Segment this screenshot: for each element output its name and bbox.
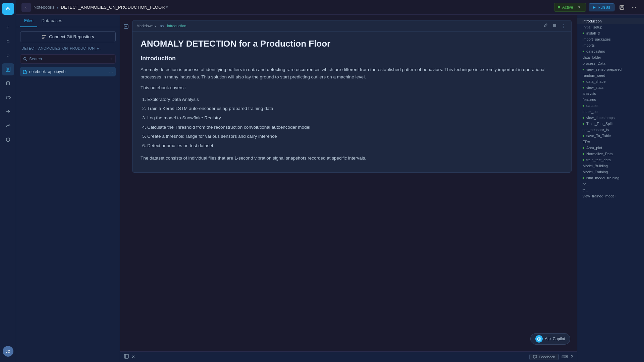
- outline-item-view-trained-model[interactable]: view_trained_model: [577, 193, 644, 199]
- sidebar-item-shield[interactable]: [2, 134, 14, 146]
- status-badge: Active ▾: [554, 3, 586, 12]
- footer-text: The dataset consists of individual files…: [141, 155, 563, 162]
- outline-item-introduction[interactable]: introduction: [577, 18, 644, 24]
- add-file-button[interactable]: +: [110, 56, 113, 62]
- outline-item-features[interactable]: features: [577, 97, 644, 103]
- sidebar-add-btn[interactable]: +: [2, 21, 14, 33]
- search-icon: [23, 57, 27, 61]
- outline-item-label: pr...: [583, 182, 589, 186]
- breadcrumb[interactable]: Notebooks: [34, 5, 54, 10]
- outline-item-process-data[interactable]: process_Data: [577, 60, 644, 66]
- user-avatar[interactable]: JC: [3, 346, 13, 357]
- help-icon[interactable]: ?: [571, 354, 573, 359]
- sidebar-item-notebooks[interactable]: [2, 63, 14, 75]
- outline-item-label: import_packages: [583, 37, 611, 41]
- sidebar-item-transform[interactable]: [2, 106, 14, 118]
- play-icon: ▶: [593, 5, 596, 9]
- cell-toolbar: Markdown ∨ as introduction: [132, 20, 571, 32]
- cell-more-icon[interactable]: ⋮: [560, 23, 567, 29]
- file-item[interactable]: notebook_app.ipynb ···: [20, 67, 116, 76]
- save-button[interactable]: [617, 3, 627, 12]
- file-panel: Files Databases Connect Git Repository D…: [16, 15, 120, 362]
- markdown-cell: Markdown ∨ as introduction: [120, 20, 577, 173]
- topbar: ‹ Notebooks / DETECT_ANOMOLIES_ON_PRODUC…: [16, 0, 644, 15]
- outline-item-normalize-data[interactable]: Normalize_Data: [577, 151, 644, 157]
- outline-item-label: dataset: [586, 104, 598, 108]
- outline-item-imports[interactable]: imports: [577, 42, 644, 48]
- title-chevron-icon[interactable]: ▾: [166, 5, 168, 9]
- cell-container: Markdown ∨ as introduction: [120, 15, 577, 351]
- outline-item-save-to-table[interactable]: save_To_Table: [577, 133, 644, 139]
- sidebar-item-monitor[interactable]: [2, 120, 14, 132]
- outline-item-view-stats[interactable]: view_stats: [577, 84, 644, 90]
- outline-dot-icon: [583, 69, 584, 70]
- tab-databases[interactable]: Databases: [37, 15, 66, 27]
- outline-dot-icon: [583, 159, 584, 161]
- outline-item-label: view_timestamps: [586, 116, 614, 120]
- outline-item-lstm-model-training[interactable]: lstm_model_training: [577, 175, 644, 181]
- outline-item-view-sensorprepared[interactable]: view_sensorprepared: [577, 66, 644, 72]
- file-more-button[interactable]: ···: [109, 69, 113, 74]
- outline-item-label: save_To_Table: [586, 134, 611, 138]
- keyboard-icon[interactable]: ⌨: [561, 354, 568, 359]
- sidebar: ❄ + ⌂ ⌕ JC: [0, 0, 16, 362]
- outline-item-dataset[interactable]: dataset: [577, 103, 644, 109]
- outline-item-train-test-split[interactable]: Train_Test_Split: [577, 121, 644, 127]
- outline-item-install-tf[interactable]: install_tf: [577, 30, 644, 36]
- status-chevron-icon[interactable]: ▾: [576, 4, 582, 10]
- outline-item-label: EDA: [583, 140, 590, 144]
- covers-label: This notebook covers :: [141, 84, 563, 92]
- sidebar-item-database[interactable]: [2, 77, 14, 89]
- outline-dot-icon: [583, 51, 584, 52]
- outline-item-index-set[interactable]: index_set: [577, 109, 644, 115]
- search-input[interactable]: [29, 57, 108, 61]
- outline-item-train-test-data[interactable]: train_test_data: [577, 157, 644, 163]
- outline-item-view-timestamps[interactable]: view_timestamps: [577, 115, 644, 121]
- outline-item-random-seed[interactable]: random_seed: [577, 72, 644, 78]
- sidebar-item-home[interactable]: ⌂: [2, 35, 14, 47]
- outline-item-tr[interactable]: tr...: [577, 187, 644, 193]
- cell-type[interactable]: Markdown ∨: [137, 24, 157, 28]
- outline-item-area-plot[interactable]: Area_plot: [577, 145, 644, 151]
- outline-item-datecasting[interactable]: datecasting: [577, 48, 644, 54]
- outline-item-model-building[interactable]: Model_Building: [577, 163, 644, 169]
- sidebar-toggle-icon[interactable]: [124, 354, 129, 360]
- app-logo[interactable]: ❄: [2, 3, 14, 15]
- outline-item-label: view_stats: [586, 85, 603, 89]
- list-item: Detect anomalies on test dataset: [147, 141, 563, 150]
- copilot-icon: [535, 335, 543, 343]
- close-panel-icon[interactable]: ✕: [131, 354, 135, 359]
- cell-edit-icon[interactable]: [542, 22, 549, 29]
- outline-item-label: process_Data: [583, 61, 605, 65]
- outline-item-label: data_folder: [583, 55, 601, 59]
- tab-files[interactable]: Files: [20, 15, 37, 27]
- outline-item-data-folder[interactable]: data_folder: [577, 54, 644, 60]
- outline-item-pr[interactable]: pr...: [577, 181, 644, 187]
- outline-item-label: Model_Building: [583, 164, 608, 168]
- outline-item-initial-setup[interactable]: Initial_setup: [577, 24, 644, 30]
- outline-item-eda[interactable]: EDA: [577, 139, 644, 145]
- run-all-button[interactable]: ▶ Run all: [589, 3, 614, 11]
- outline-item-label: index_set: [583, 110, 598, 114]
- outline-item-model-training[interactable]: Model_Training: [577, 169, 644, 175]
- list-item: Create a threshold range for various sen…: [147, 132, 563, 141]
- cell-gutter[interactable]: [120, 20, 132, 173]
- outline-item-label: view_sensorprepared: [586, 67, 622, 71]
- more-options-button[interactable]: ⋯: [629, 3, 639, 12]
- back-button[interactable]: ‹: [21, 3, 31, 12]
- svg-point-4: [6, 82, 10, 83]
- outline-item-data-shape[interactable]: data_shape: [577, 78, 644, 84]
- feedback-button[interactable]: Feedback: [529, 354, 558, 360]
- ask-copilot-button[interactable]: Ask Copilot: [530, 333, 570, 345]
- cell-inner: Markdown ∨ as introduction: [132, 20, 572, 173]
- outline-dot-icon: [583, 123, 584, 125]
- outline-item-label: train_test_data: [586, 158, 611, 162]
- outline-item-import-packages[interactable]: import_packages: [577, 36, 644, 42]
- feedback-icon: [533, 355, 537, 359]
- connect-git-button[interactable]: Connect Git Repository: [20, 31, 116, 42]
- outline-item-set-measure-ts[interactable]: set_measure_ts: [577, 127, 644, 133]
- cell-list-icon[interactable]: [551, 22, 558, 29]
- sidebar-item-search[interactable]: ⌕: [2, 49, 14, 61]
- sidebar-item-cloud[interactable]: [2, 92, 14, 104]
- outline-item-analysis[interactable]: analysis: [577, 90, 644, 97]
